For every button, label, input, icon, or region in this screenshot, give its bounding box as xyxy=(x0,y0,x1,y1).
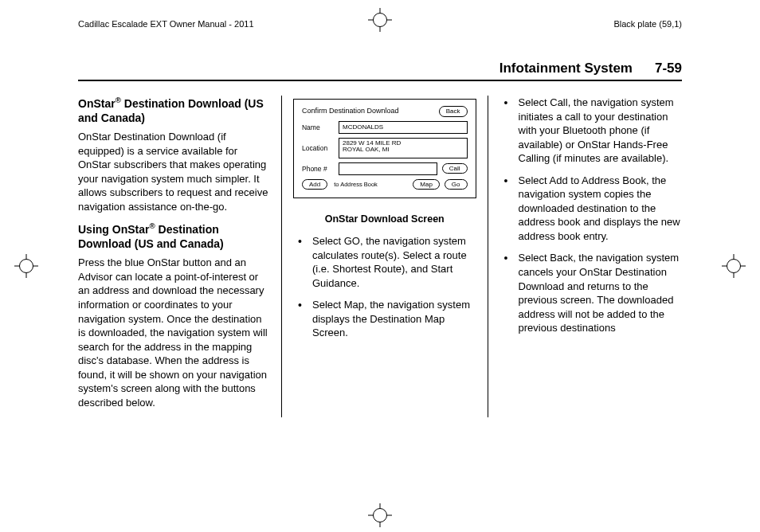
screen-add-button: Add xyxy=(302,179,327,190)
bullet-go: Select GO, the navigation system calcula… xyxy=(293,234,476,290)
screen-map-button: Map xyxy=(413,179,440,190)
bullet-add: Select Add to Address Book, the navigati… xyxy=(499,174,683,244)
content-columns: OnStar® Destination Download (US and Can… xyxy=(78,96,682,417)
column-2: Confirm Destination Download Back Name M… xyxy=(281,96,476,417)
screen-name-label: Name xyxy=(302,123,334,131)
crop-mark-bottom xyxy=(368,503,392,527)
figure-caption: OnStar Download Screen xyxy=(293,213,476,226)
section-header: Infotainment System 7-59 xyxy=(78,61,682,81)
screen-call-button: Call xyxy=(442,163,468,174)
screen-name-value: MCDONALDS xyxy=(339,121,468,134)
manual-title: Cadillac Escalade EXT Owner Manual - 201… xyxy=(78,19,254,29)
page: Cadillac Escalade EXT Owner Manual - 201… xyxy=(0,0,760,433)
screen-go-button: Go xyxy=(445,179,468,190)
page-number: 7-59 xyxy=(655,61,682,76)
para-intro: OnStar Destination Download (if equipped… xyxy=(78,130,270,213)
column-3: Select Call, the navigation system initi… xyxy=(488,96,683,417)
print-header: Cadillac Escalade EXT Owner Manual - 201… xyxy=(78,19,682,29)
heading-onstar-download: OnStar® Destination Download (US and Can… xyxy=(78,96,270,125)
screen-back-button: Back xyxy=(439,106,468,117)
column-1: OnStar® Destination Download (US and Can… xyxy=(78,96,270,417)
screen-phone-value xyxy=(339,162,437,175)
heading-using-onstar: Using OnStar® Destination Download (US a… xyxy=(78,221,270,251)
screen-title: Confirm Destination Download xyxy=(302,107,434,115)
screen-location-value: 2829 W 14 MILE RD ROYAL OAK, MI xyxy=(339,138,468,158)
bullet-back: Select Back, the navigation system cance… xyxy=(499,251,683,334)
bullet-map: Select Map, the navigation system displa… xyxy=(293,298,476,340)
col3-bullets: Select Call, the navigation system initi… xyxy=(499,96,683,335)
section-title: Infotainment System xyxy=(499,61,633,76)
col2-bullets: Select GO, the navigation system calcula… xyxy=(293,234,476,340)
screen-add-label: to Address Book xyxy=(334,181,378,188)
screen-location-label: Location xyxy=(302,144,334,152)
para-using: Press the blue OnStar button and an Advi… xyxy=(78,256,270,409)
bullet-call: Select Call, the navigation system initi… xyxy=(499,96,683,166)
onstar-screen-figure: Confirm Destination Download Back Name M… xyxy=(293,99,476,198)
plate-info: Black plate (59,1) xyxy=(613,19,682,29)
screen-phone-label: Phone # xyxy=(302,165,334,173)
